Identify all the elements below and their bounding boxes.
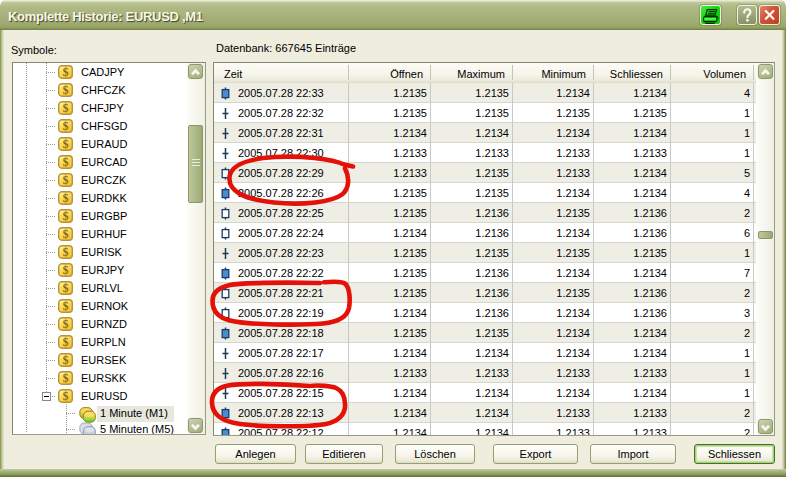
svg-text:$: $ [63,192,69,204]
svg-text:$: $ [63,156,69,168]
svg-text:$: $ [63,138,69,150]
svg-text:$: $ [63,264,69,276]
svg-text:$: $ [63,66,69,78]
svg-text:$: $ [63,228,69,240]
svg-text:$: $ [63,84,69,96]
svg-text:$: $ [63,102,69,114]
svg-text:$: $ [63,246,69,258]
svg-text:$: $ [63,210,69,222]
svg-text:$: $ [63,354,69,366]
svg-text:$: $ [63,336,69,348]
svg-text:$: $ [63,318,69,330]
svg-text:$: $ [63,120,69,132]
svg-text:$: $ [63,282,69,294]
svg-text:$: $ [63,372,69,384]
svg-text:$: $ [63,390,69,402]
svg-text:$: $ [63,300,69,312]
svg-text:$: $ [63,174,69,186]
